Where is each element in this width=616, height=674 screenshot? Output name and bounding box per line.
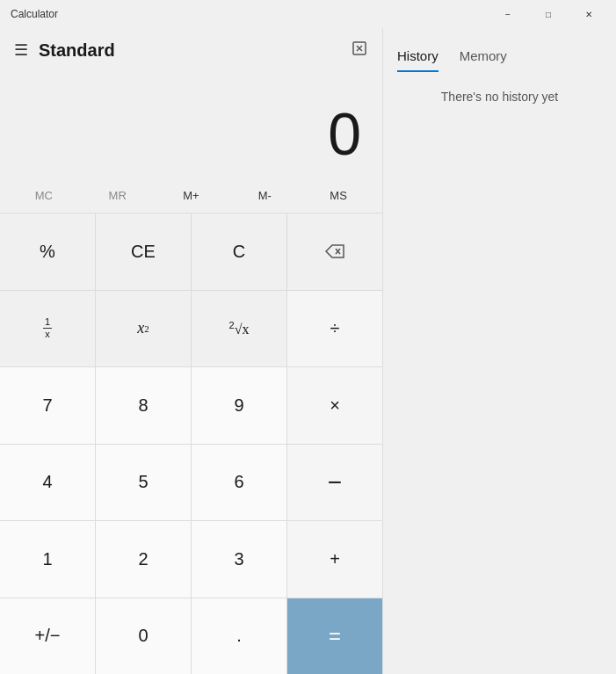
memory-recall-button[interactable]: MR bbox=[81, 179, 155, 211]
square-button[interactable]: x2 bbox=[96, 291, 191, 367]
tab-memory[interactable]: Memory bbox=[460, 48, 507, 72]
clear-button[interactable]: C bbox=[192, 214, 286, 290]
menu-icon[interactable]: ☰ bbox=[14, 40, 28, 60]
memory-add-button[interactable]: M+ bbox=[155, 179, 228, 211]
clear-entry-button[interactable]: CE bbox=[96, 214, 191, 290]
zero-button[interactable]: 0 bbox=[96, 598, 191, 675]
memory-clear-button[interactable]: MC bbox=[7, 179, 81, 211]
maximize-button[interactable]: □ bbox=[528, 0, 569, 28]
header: ☰ Standard bbox=[0, 28, 382, 72]
display-area: 0 bbox=[0, 72, 382, 178]
three-button[interactable]: 3 bbox=[192, 521, 286, 598]
display-value: 0 bbox=[328, 104, 361, 163]
history-content: There's no history yet bbox=[383, 72, 616, 674]
window-controls: − □ ✕ bbox=[488, 0, 609, 28]
negate-button[interactable]: +/− bbox=[0, 598, 95, 675]
app-title: Standard bbox=[39, 40, 344, 61]
equals-button[interactable]: = bbox=[287, 598, 382, 675]
reciprocal-button[interactable]: 1 x bbox=[0, 291, 95, 367]
four-button[interactable]: 4 bbox=[0, 445, 95, 521]
backspace-button[interactable] bbox=[287, 214, 382, 290]
five-button[interactable]: 5 bbox=[96, 445, 191, 521]
left-panel: ☰ Standard 0 MC MR M+ M- MS % bbox=[0, 28, 382, 674]
sqrt-button[interactable]: 2√x bbox=[192, 291, 286, 367]
one-button[interactable]: 1 bbox=[0, 521, 95, 598]
button-grid: % CE C 1 x x2 2√x ÷ bbox=[0, 213, 382, 674]
seven-button[interactable]: 7 bbox=[0, 367, 95, 444]
memory-subtract-button[interactable]: M- bbox=[228, 179, 301, 211]
memory-store-button[interactable]: MS bbox=[301, 179, 375, 211]
six-button[interactable]: 6 bbox=[192, 445, 286, 521]
nine-button[interactable]: 9 bbox=[192, 367, 286, 444]
right-panel: History Memory There's no history yet bbox=[382, 28, 616, 674]
tab-history[interactable]: History bbox=[397, 48, 438, 72]
decimal-button[interactable]: . bbox=[192, 598, 286, 675]
no-history-text: There's no history yet bbox=[441, 90, 558, 104]
multiply-button[interactable]: × bbox=[287, 367, 382, 444]
memory-row: MC MR M+ M- MS bbox=[0, 178, 382, 213]
window-title: Calculator bbox=[11, 8, 58, 20]
app-body: ☰ Standard 0 MC MR M+ M- MS % bbox=[0, 28, 616, 674]
subtract-button[interactable]: − bbox=[287, 445, 382, 521]
percent-button[interactable]: % bbox=[0, 214, 95, 290]
minimize-button[interactable]: − bbox=[488, 0, 528, 28]
divide-button[interactable]: ÷ bbox=[287, 291, 382, 367]
two-button[interactable]: 2 bbox=[96, 521, 191, 598]
always-on-top-button[interactable] bbox=[351, 40, 368, 61]
add-button[interactable]: + bbox=[287, 521, 382, 598]
history-memory-tabs: History Memory bbox=[383, 28, 616, 72]
eight-button[interactable]: 8 bbox=[96, 367, 191, 444]
close-button[interactable]: ✕ bbox=[569, 0, 609, 28]
title-bar: Calculator − □ ✕ bbox=[0, 0, 616, 28]
